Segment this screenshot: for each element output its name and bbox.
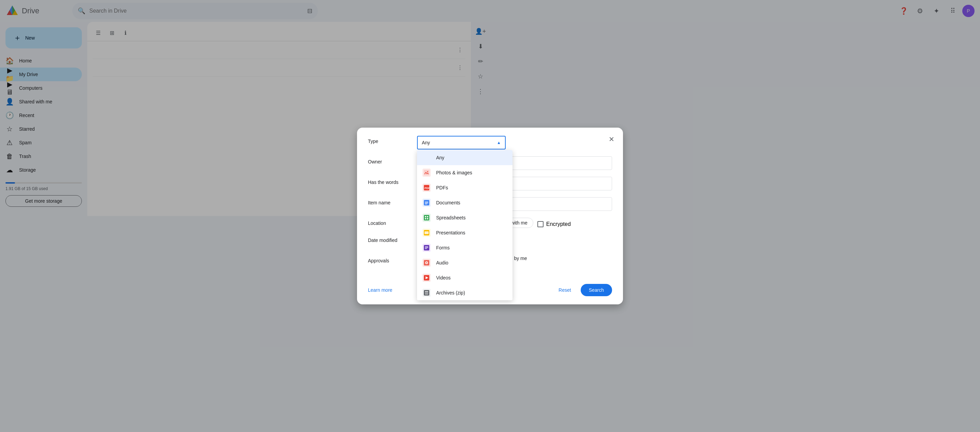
dropdown-item-any[interactable]: Any (417, 150, 490, 165)
dropdown-item-label: Documents (436, 200, 460, 206)
svg-rect-10 (425, 202, 428, 202)
dropdown-item-photos[interactable]: Photos & images (417, 165, 490, 180)
svg-rect-12 (425, 204, 427, 204)
dropdown-item-pdfs[interactable]: PDF PDFs (417, 180, 490, 195)
type-control: Any ▲ Any (417, 136, 490, 150)
spreadsheets-icon (423, 214, 431, 216)
type-label: Type (368, 136, 409, 144)
words-label: Has the words (368, 177, 409, 185)
type-selected-value: Any (422, 140, 430, 145)
dropdown-item-documents[interactable]: Documents (417, 195, 490, 210)
modal-body: Type Any ▲ Any (357, 128, 490, 216)
svg-rect-13 (424, 215, 429, 216)
documents-icon (423, 199, 431, 207)
dropdown-item-spreadsheets[interactable]: Spreadsheets (417, 210, 490, 216)
dropdown-item-label: PDFs (436, 185, 448, 190)
photos-icon (423, 169, 431, 177)
dropdown-item-label: Spreadsheets (436, 215, 465, 216)
type-dropdown-button[interactable]: Any ▲ (417, 136, 490, 150)
svg-rect-11 (425, 203, 428, 203)
owner-label: Owner (368, 156, 409, 164)
any-icon (423, 153, 431, 162)
dropdown-item-label: Any (436, 155, 444, 160)
svg-point-6 (427, 171, 428, 172)
svg-text:PDF: PDF (425, 187, 429, 190)
search-filter-modal: ✕ Type Any ▲ Any (357, 128, 490, 216)
type-dropdown-container: Any ▲ Any (417, 136, 490, 150)
item-name-label: Item name (368, 197, 409, 206)
dropdown-item-label: Photos & images (436, 170, 472, 175)
type-dropdown-menu: Any Photos & images (417, 150, 490, 216)
search-filter-overlay: ✕ Type Any ▲ Any (0, 0, 490, 216)
svg-rect-5 (424, 170, 429, 175)
pdf-icon: PDF (423, 183, 431, 192)
type-row: Type Any ▲ Any (368, 136, 490, 150)
